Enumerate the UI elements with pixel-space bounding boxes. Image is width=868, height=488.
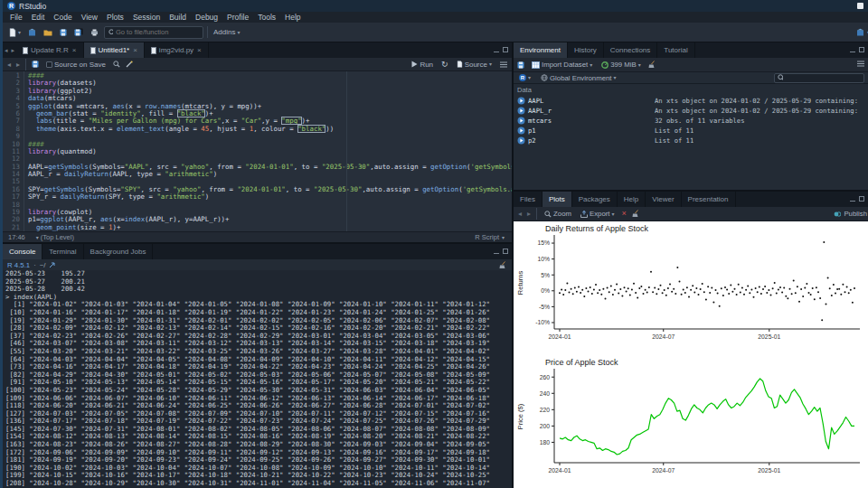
maximize-pane-icon[interactable] [503,249,508,254]
print-button[interactable] [89,28,100,37]
console-tab-terminal[interactable]: Terminal [42,244,83,259]
menu-code[interactable]: Code [49,13,76,22]
minimize-pane-icon[interactable] [494,249,499,254]
menu-build[interactable]: Build [165,13,191,22]
tab-close-icon[interactable]: × [72,46,77,54]
source-tab-update-r-r[interactable]: Update R.R× [16,42,83,58]
maximize-pane-icon[interactable] [503,47,508,52]
open-file-button[interactable] [42,28,54,37]
expand-icon[interactable] [517,117,528,125]
new-file-button[interactable]: ▾ [7,27,23,38]
project-menu[interactable]: ▾ [854,27,868,37]
menu-edit[interactable]: Edit [27,13,50,22]
menu-help[interactable]: Help [280,13,305,22]
scope-selector[interactable]: ▾(Top Level) [34,232,76,242]
search-icon[interactable] [113,61,120,68]
tab-scroll-forward-icon[interactable]: ▸ [10,42,17,58]
source-on-save-toggle[interactable]: Source on Save [44,60,108,70]
expand-icon[interactable] [517,97,528,105]
remove-plot-icon[interactable]: × [622,210,627,218]
language-selector[interactable]: R▾ [517,73,533,82]
console-output[interactable]: 2025-05-23 195.27 2025-05-27 200.21 2025… [3,270,512,488]
export-label: Export [590,210,610,218]
run-button[interactable]: Run [410,60,435,70]
next-plot-icon[interactable]: ▸ [527,210,531,218]
source-file-icon [457,61,463,68]
console-tab-console[interactable]: Console [3,244,42,259]
plots-tab-files[interactable]: Files [514,192,542,207]
env-tab-connections[interactable]: Connections [604,42,657,58]
minimize-pane-icon[interactable] [850,47,855,52]
plots-tab-help[interactable]: Help [618,192,646,207]
tab-label: Background Jobs [90,248,146,256]
menu-plots[interactable]: Plots [102,13,128,22]
plots-tab-packages[interactable]: Packages [572,192,618,207]
save-icon[interactable] [32,61,39,68]
console-tab-background-jobs[interactable]: Background Jobs [84,244,154,259]
expand-icon[interactable] [517,136,528,145]
new-project-button[interactable] [26,27,38,37]
menu-file[interactable]: File [5,13,27,22]
minimize-pane-icon[interactable] [494,47,499,52]
checkbox-icon[interactable] [46,61,52,68]
editor-code[interactable]: ####library(datasets)library(ggplot2)dat… [24,71,512,231]
open-in-window-icon[interactable] [49,262,55,268]
memory-usage-button[interactable]: 399 MiB▾ [599,60,643,70]
environment-search-input[interactable] [785,75,861,81]
addins-menu[interactable]: Addins▾ [212,27,241,37]
tab-close-icon[interactable]: × [197,46,202,54]
minimize-pane-icon[interactable] [850,196,855,202]
nav-back-icon[interactable]: ◂ [7,61,11,69]
expand-icon[interactable] [517,107,528,115]
goto-file-search[interactable] [104,26,203,39]
plots-tab-plots[interactable]: Plots [542,192,572,207]
maximize-pane-icon[interactable] [859,196,864,202]
source-tab-img2vid-py[interactable]: img2vid.py× [145,42,209,58]
save-button[interactable] [58,28,69,37]
file-type-selector[interactable]: R Script▾ [473,232,506,242]
code-tools-wand-icon[interactable] [126,61,133,68]
source-tab-untitled1-[interactable]: Untitled1*× [84,42,145,58]
source-button[interactable]: Source▾ [455,60,494,70]
plots-tab-presentation[interactable]: Presentation [682,192,736,207]
window-control-icon[interactable] [857,3,863,9]
r-version-link[interactable]: R 4.5.1 [7,261,30,269]
code-editor[interactable]: 123456789101112131415161718192021 ####li… [3,71,512,231]
env-tab-history[interactable]: History [568,42,604,58]
menu-tools[interactable]: Tools [253,13,280,22]
tab-close-icon[interactable]: × [133,46,137,54]
expand-icon[interactable] [517,127,528,135]
previous-plot-icon[interactable]: ◂ [518,210,522,218]
menu-view[interactable]: View [77,13,102,22]
save-workspace-icon[interactable] [517,61,524,69]
env-row-aapl_r[interactable]: AAPL_rAn xts object on 2024-01-02 / 2025… [514,106,868,116]
env-row-p2[interactable]: p2List of 11 [514,136,868,145]
env-row-mtcars[interactable]: mtcars32 obs. of 11 variables [514,116,868,126]
goto-file-input[interactable] [116,28,199,36]
env-row-p1[interactable]: p1List of 11 [514,126,868,136]
menu-profile[interactable]: Profile [222,13,253,22]
env-tab-tutorial[interactable]: Tutorial [657,42,694,58]
menu-debug[interactable]: Debug [191,13,222,22]
tab-scroll-back-icon[interactable]: ◂ [3,42,10,58]
env-row-aapl[interactable]: AAPLAn xts object on 2024-01-02 / 2025-0… [514,96,868,106]
export-button[interactable]: Export▾ [579,209,617,219]
save-all-button[interactable] [72,27,85,37]
clear-console-icon[interactable] [499,261,507,269]
environment-search[interactable] [774,73,864,83]
nav-forward-icon[interactable]: ▸ [16,61,20,69]
zoom-button[interactable]: Zoom [542,209,573,219]
clear-plots-icon[interactable] [632,210,640,218]
menu-session[interactable]: Session [128,13,165,22]
document-outline-icon[interactable] [500,61,507,68]
maximize-pane-icon[interactable] [859,47,864,52]
rerun-icon[interactable]: ↻ [441,61,448,69]
publish-button[interactable]: Publish▾ [832,209,868,219]
clear-environment-icon[interactable] [648,61,656,69]
chevron-down-icon: ▾ [489,61,492,67]
environment-selector[interactable]: Global Environment▾ [539,73,618,83]
import-dataset-button[interactable]: Import Dataset▾ [530,60,594,70]
env-tab-environment[interactable]: Environment [514,42,568,58]
list-view-icon[interactable] [857,61,864,67]
plots-tab-viewer[interactable]: Viewer [646,192,681,207]
